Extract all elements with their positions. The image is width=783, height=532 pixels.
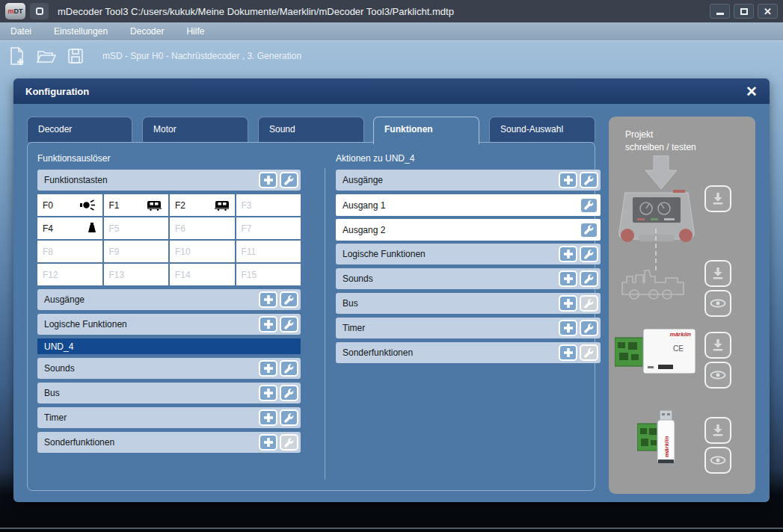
selected-item-und4[interactable]: UND_4 (37, 338, 301, 354)
function-key-f11[interactable]: F11 (236, 241, 301, 262)
add-button[interactable] (559, 270, 577, 287)
project-panel-heading: Projekt schreiben / testen (625, 129, 696, 154)
function-key-f15[interactable]: F15 (236, 264, 301, 285)
dialog-close-icon[interactable]: ✕ (746, 84, 758, 99)
window-menu-icon[interactable] (30, 3, 49, 19)
fkey-label: F15 (242, 270, 257, 280)
function-key-f4[interactable]: F4 (37, 217, 102, 239)
add-button[interactable] (559, 295, 577, 312)
read-from-usb-stick-button[interactable] (704, 447, 731, 474)
function-key-f2[interactable]: F2 (170, 194, 235, 216)
function-key-f13[interactable]: F13 (104, 264, 169, 285)
write-to-central-station-button[interactable] (704, 185, 731, 212)
tab-motor[interactable]: Motor (142, 117, 248, 142)
save-file-icon[interactable] (66, 46, 85, 66)
configure-button[interactable] (580, 172, 598, 188)
function-key-f9[interactable]: F9 (104, 241, 169, 262)
action-timer[interactable]: Timer (336, 318, 601, 338)
action-sounds[interactable]: Sounds (336, 268, 601, 289)
konfiguration-dialog: Konfiguration ✕ Decoder Motor Sound Funk… (13, 78, 770, 502)
function-key-f3[interactable]: F3 (236, 194, 301, 216)
configure-button[interactable] (280, 360, 298, 377)
tab-sound[interactable]: Sound (258, 117, 364, 142)
configure-button[interactable] (580, 246, 598, 262)
read-from-locomotive-button[interactable] (704, 290, 731, 317)
section-sounds[interactable]: Sounds (37, 358, 301, 379)
function-key-f7[interactable]: F7 (236, 217, 301, 239)
function-key-f5[interactable]: F5 (104, 217, 169, 239)
function-key-f8[interactable]: F8 (37, 241, 102, 262)
function-key-grid: F0 F1 F2 F3 F4 F5 F6 F7 (37, 194, 301, 285)
function-key-f0[interactable]: F0 (37, 194, 102, 216)
configure-button[interactable] (580, 222, 598, 238)
funktionstasten-header[interactable]: Funktionstasten (37, 170, 301, 191)
menu-item-einstellungen[interactable]: Einstellungen (54, 26, 108, 37)
write-to-programmer-button[interactable] (704, 332, 731, 359)
menu-item-datei[interactable]: Datei (10, 26, 31, 37)
usb-stick-image: märklin (637, 410, 679, 471)
add-button[interactable] (559, 344, 577, 361)
fkey-label: F11 (242, 247, 257, 257)
configure-button[interactable] (580, 270, 598, 287)
app-window: mDT mDecoder Tool3 C:/users/kukuk/Meine … (0, 0, 783, 532)
headlight-icon (80, 200, 97, 211)
add-button[interactable] (559, 246, 577, 262)
section-bus[interactable]: Bus (37, 383, 301, 403)
tab-funktionen[interactable]: Funktionen (373, 117, 479, 144)
actions-column: Aktionen zu UND_4 Ausgänge Ausgang 1 Au (336, 153, 601, 367)
menu-item-decoder[interactable]: Decoder (130, 26, 164, 37)
section-sonderfunktionen[interactable]: Sonderfunktionen (37, 432, 301, 453)
menu-item-hilfe[interactable]: Hilfe (186, 26, 204, 37)
action-logische-funktionen[interactable]: Logische Funktionen (336, 244, 601, 265)
function-key-f1[interactable]: F1 (104, 194, 169, 216)
add-button[interactable] (259, 316, 277, 332)
action-bus[interactable]: Bus (336, 293, 601, 314)
action-sonderfunktionen[interactable]: Sonderfunktionen (336, 342, 601, 363)
maximize-button[interactable] (734, 4, 754, 19)
new-file-icon[interactable] (7, 46, 27, 66)
section-logische-funktionen[interactable]: Logische Funktionen (37, 314, 301, 335)
flow-arrow-icon (645, 155, 678, 193)
tab-sound-auswahl[interactable]: Sound-Auswahl (489, 117, 595, 142)
app-logo-icon: mDT (5, 3, 25, 19)
configure-button[interactable] (280, 385, 298, 401)
project-panel: Projekt schreiben / testen (609, 117, 755, 494)
central-station-image (615, 188, 698, 253)
minimize-button[interactable] (710, 4, 730, 19)
add-button[interactable] (559, 320, 577, 336)
svg-text:märklin: märklin (663, 436, 670, 457)
add-button[interactable] (259, 291, 277, 308)
add-button[interactable] (259, 434, 277, 451)
action-ausgang-2[interactable]: Ausgang 2 (336, 219, 601, 241)
configure-button[interactable] (280, 316, 298, 332)
logo-text-m: m (7, 7, 13, 15)
action-ausgaenge[interactable]: Ausgänge (336, 170, 601, 191)
function-key-f14[interactable]: F14 (170, 264, 235, 285)
section-timer[interactable]: Timer (37, 407, 301, 428)
add-button[interactable] (559, 172, 577, 188)
add-button[interactable] (259, 385, 277, 401)
write-to-usb-stick-button[interactable] (704, 417, 731, 444)
section-ausgaenge[interactable]: Ausgänge (37, 289, 301, 310)
action-ausgang-1[interactable]: Ausgang 1 (336, 194, 601, 216)
open-file-icon[interactable] (37, 46, 56, 66)
write-to-locomotive-button[interactable] (704, 260, 731, 287)
read-from-programmer-button[interactable] (704, 362, 731, 389)
configure-button[interactable] (280, 172, 298, 188)
add-button[interactable] (259, 409, 277, 426)
configure-button[interactable] (280, 409, 298, 426)
decoder-programmer-image: märklin CE (615, 327, 700, 380)
section-label: Sounds (44, 363, 75, 374)
tab-decoder[interactable]: Decoder (27, 117, 132, 142)
configure-button[interactable] (580, 197, 598, 214)
function-key-f12[interactable]: F12 (37, 264, 102, 285)
action-label: Bus (343, 298, 358, 309)
configure-button[interactable] (280, 291, 298, 308)
function-key-f6[interactable]: F6 (170, 217, 235, 239)
project-heading-line1: Projekt (625, 129, 696, 141)
add-button[interactable] (259, 360, 277, 377)
function-key-f10[interactable]: F10 (170, 241, 235, 262)
close-button[interactable]: ✕ (758, 4, 778, 19)
configure-button[interactable] (580, 320, 598, 336)
add-button[interactable] (259, 172, 277, 188)
